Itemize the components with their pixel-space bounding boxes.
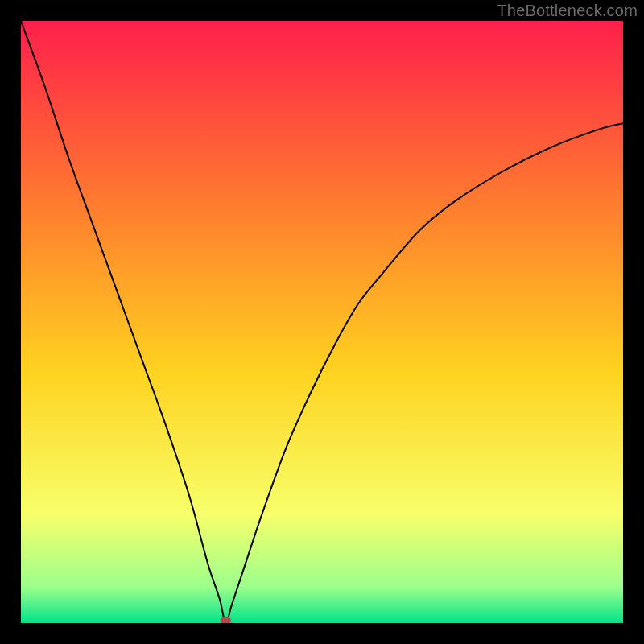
- bottleneck-marker: [221, 617, 231, 623]
- watermark-label: TheBottleneck.com: [497, 2, 638, 20]
- chart-plot: [21, 21, 623, 623]
- chart-background: [21, 21, 623, 623]
- chart-frame: TheBottleneck.com: [0, 0, 644, 644]
